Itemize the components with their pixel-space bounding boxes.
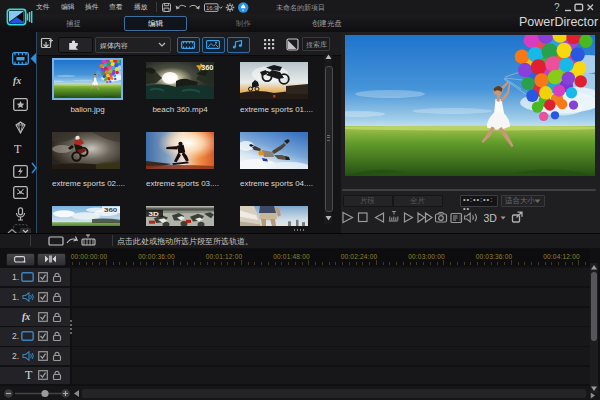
- svg-text:3D: 3D: [484, 212, 498, 224]
- svg-text:16:9: 16:9: [206, 5, 218, 11]
- svg-text:3D: 3D: [149, 210, 159, 217]
- svg-text:?: ?: [554, 2, 560, 13]
- svg-text:360: 360: [104, 207, 117, 214]
- svg-text:360: 360: [201, 63, 214, 72]
